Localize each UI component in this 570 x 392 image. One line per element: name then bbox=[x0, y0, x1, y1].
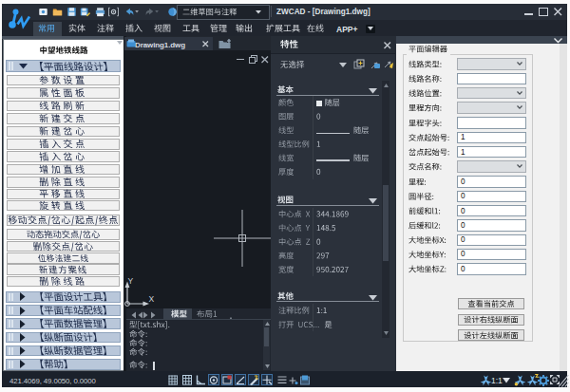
svg-text:X: X bbox=[149, 294, 155, 304]
svg-text:Y: Y bbox=[128, 276, 134, 286]
